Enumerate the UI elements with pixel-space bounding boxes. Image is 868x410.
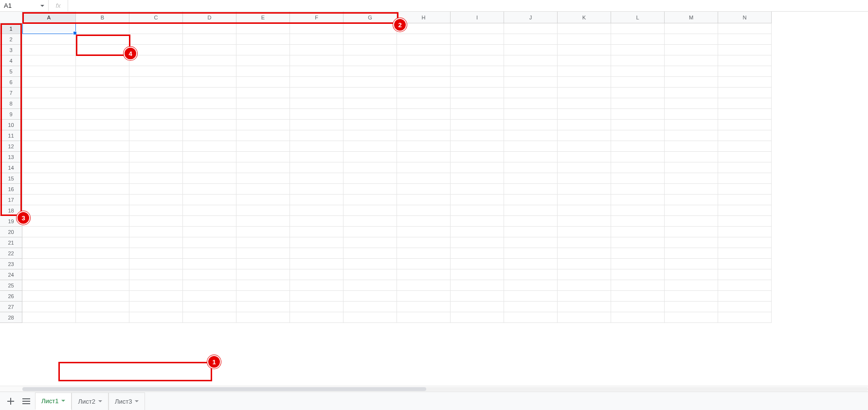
cell-E8[interactable] bbox=[236, 98, 290, 109]
cell-E12[interactable] bbox=[236, 141, 290, 152]
cell-B27[interactable] bbox=[76, 302, 129, 312]
cell-E11[interactable] bbox=[236, 130, 290, 141]
cell-L15[interactable] bbox=[611, 173, 665, 184]
cell-L10[interactable] bbox=[611, 120, 665, 130]
cell-K10[interactable] bbox=[558, 120, 611, 130]
cell-C4[interactable] bbox=[129, 55, 183, 66]
cell-D5[interactable] bbox=[183, 66, 236, 77]
cell-B24[interactable] bbox=[76, 269, 129, 280]
cell-C13[interactable] bbox=[129, 152, 183, 162]
cell-H16[interactable] bbox=[397, 184, 451, 195]
column-header-H[interactable]: H bbox=[397, 12, 451, 23]
row-header-14[interactable]: 14 bbox=[0, 162, 22, 173]
cell-F25[interactable] bbox=[290, 280, 344, 291]
cell-G28[interactable] bbox=[344, 312, 397, 323]
cell-E23[interactable] bbox=[236, 259, 290, 269]
cell-G26[interactable] bbox=[344, 291, 397, 302]
cell-C14[interactable] bbox=[129, 162, 183, 173]
row-header-6[interactable]: 6 bbox=[0, 77, 22, 88]
cell-H23[interactable] bbox=[397, 259, 451, 269]
cell-K6[interactable] bbox=[558, 77, 611, 88]
cell-N28[interactable] bbox=[718, 312, 772, 323]
cell-N2[interactable] bbox=[718, 34, 772, 45]
cell-A6[interactable] bbox=[22, 77, 76, 88]
cell-N22[interactable] bbox=[718, 248, 772, 259]
cell-G23[interactable] bbox=[344, 259, 397, 269]
cell-F5[interactable] bbox=[290, 66, 344, 77]
cell-E2[interactable] bbox=[236, 34, 290, 45]
cell-N7[interactable] bbox=[718, 88, 772, 98]
cell-C28[interactable] bbox=[129, 312, 183, 323]
cell-B28[interactable] bbox=[76, 312, 129, 323]
cell-J24[interactable] bbox=[504, 269, 558, 280]
cell-G20[interactable] bbox=[344, 227, 397, 237]
cell-F27[interactable] bbox=[290, 302, 344, 312]
cell-A23[interactable] bbox=[22, 259, 76, 269]
cell-E3[interactable] bbox=[236, 45, 290, 55]
cell-N13[interactable] bbox=[718, 152, 772, 162]
cell-I9[interactable] bbox=[451, 109, 504, 120]
row-header-28[interactable]: 28 bbox=[0, 312, 22, 323]
name-box[interactable]: A1 bbox=[0, 0, 49, 11]
cell-B19[interactable] bbox=[76, 216, 129, 227]
cell-F20[interactable] bbox=[290, 227, 344, 237]
row-header-18[interactable]: 18 bbox=[0, 205, 22, 216]
cell-I13[interactable] bbox=[451, 152, 504, 162]
cell-D17[interactable] bbox=[183, 195, 236, 205]
cell-I19[interactable] bbox=[451, 216, 504, 227]
cell-D14[interactable] bbox=[183, 162, 236, 173]
cell-N24[interactable] bbox=[718, 269, 772, 280]
cell-B14[interactable] bbox=[76, 162, 129, 173]
cell-H22[interactable] bbox=[397, 248, 451, 259]
cell-J20[interactable] bbox=[504, 227, 558, 237]
cell-J11[interactable] bbox=[504, 130, 558, 141]
cell-F22[interactable] bbox=[290, 248, 344, 259]
cell-L4[interactable] bbox=[611, 55, 665, 66]
cell-A13[interactable] bbox=[22, 152, 76, 162]
cell-K5[interactable] bbox=[558, 66, 611, 77]
cell-D28[interactable] bbox=[183, 312, 236, 323]
cell-A14[interactable] bbox=[22, 162, 76, 173]
cell-A12[interactable] bbox=[22, 141, 76, 152]
cell-J25[interactable] bbox=[504, 280, 558, 291]
cell-G12[interactable] bbox=[344, 141, 397, 152]
cell-G21[interactable] bbox=[344, 237, 397, 248]
cell-I20[interactable] bbox=[451, 227, 504, 237]
cell-B22[interactable] bbox=[76, 248, 129, 259]
cell-F11[interactable] bbox=[290, 130, 344, 141]
cell-I18[interactable] bbox=[451, 205, 504, 216]
cell-A3[interactable] bbox=[22, 45, 76, 55]
cell-B25[interactable] bbox=[76, 280, 129, 291]
cell-B5[interactable] bbox=[76, 66, 129, 77]
row-header-27[interactable]: 27 bbox=[0, 302, 22, 312]
cell-H10[interactable] bbox=[397, 120, 451, 130]
cell-D27[interactable] bbox=[183, 302, 236, 312]
cell-A17[interactable] bbox=[22, 195, 76, 205]
cell-D21[interactable] bbox=[183, 237, 236, 248]
cell-J28[interactable] bbox=[504, 312, 558, 323]
scrollbar-thumb[interactable] bbox=[22, 387, 426, 391]
cell-J23[interactable] bbox=[504, 259, 558, 269]
cell-M28[interactable] bbox=[665, 312, 718, 323]
cell-B1[interactable] bbox=[76, 23, 129, 34]
row-header-23[interactable]: 23 bbox=[0, 259, 22, 269]
cell-L7[interactable] bbox=[611, 88, 665, 98]
cell-F19[interactable] bbox=[290, 216, 344, 227]
cell-C2[interactable] bbox=[129, 34, 183, 45]
cell-E9[interactable] bbox=[236, 109, 290, 120]
cell-L27[interactable] bbox=[611, 302, 665, 312]
cell-I24[interactable] bbox=[451, 269, 504, 280]
cell-G25[interactable] bbox=[344, 280, 397, 291]
cell-I25[interactable] bbox=[451, 280, 504, 291]
sheet-tab-3[interactable]: Лист3 bbox=[108, 392, 145, 410]
cell-K23[interactable] bbox=[558, 259, 611, 269]
cell-M9[interactable] bbox=[665, 109, 718, 120]
cell-C15[interactable] bbox=[129, 173, 183, 184]
cell-N4[interactable] bbox=[718, 55, 772, 66]
cell-K7[interactable] bbox=[558, 88, 611, 98]
cell-C1[interactable] bbox=[129, 23, 183, 34]
cell-L2[interactable] bbox=[611, 34, 665, 45]
column-header-B[interactable]: B bbox=[76, 12, 129, 23]
cell-J7[interactable] bbox=[504, 88, 558, 98]
cell-B21[interactable] bbox=[76, 237, 129, 248]
